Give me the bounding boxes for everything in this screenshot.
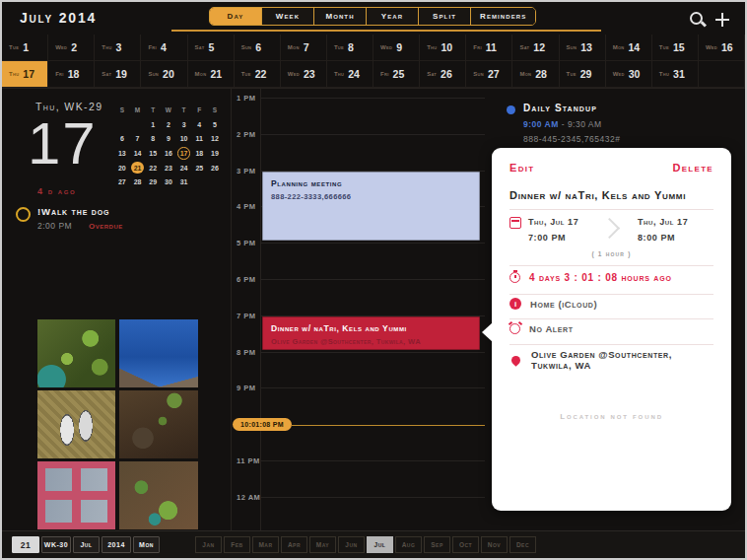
minical-day-4[interactable]: 4 — [191, 117, 207, 132]
minical-day-3[interactable]: 3 — [176, 117, 192, 132]
date-cell-fri-4[interactable]: Fri4 — [141, 35, 187, 61]
minical-day-6[interactable]: 6 — [114, 132, 130, 147]
month-button-jun[interactable]: Jun — [338, 536, 365, 553]
photo-flip-flops-on-grass[interactable] — [37, 390, 115, 458]
date-cell-sun-20[interactable]: Sun20 — [141, 61, 187, 88]
event-block[interactable]: Planning meeting888-222-3333,666666 — [262, 172, 480, 242]
month-button-oct[interactable]: Oct — [452, 536, 479, 553]
minical-day-22[interactable]: 22 — [145, 161, 161, 175]
date-cell-thu-10[interactable]: Thu10 — [420, 35, 466, 61]
date-cell-sat-12[interactable]: Sat12 — [512, 35, 559, 61]
minical-day-14[interactable]: 14 — [130, 146, 146, 161]
month-button-jul[interactable]: Jul — [367, 536, 393, 553]
date-cell-sun-13[interactable]: Sun13 — [560, 35, 606, 61]
month-button-mar[interactable]: Mar — [252, 536, 279, 553]
minical-day-27[interactable]: 27 — [114, 175, 130, 189]
minical-day-19[interactable]: 19 — [207, 146, 223, 161]
minical-day-28[interactable]: 28 — [130, 175, 146, 189]
minical-day-21[interactable]: 21 — [130, 161, 146, 175]
tab-day[interactable]: Day — [210, 8, 261, 25]
month-button-aug[interactable]: Aug — [395, 536, 422, 553]
minical-day-12[interactable]: 12 — [207, 132, 223, 147]
photo-plant-with-bucket[interactable] — [37, 319, 115, 387]
weekday-button[interactable]: Mon — [133, 536, 160, 553]
date-cell-sun-27[interactable]: Sun27 — [466, 61, 512, 88]
minical-day-10[interactable]: 10 — [176, 132, 192, 147]
year-button[interactable]: 2014 — [102, 536, 131, 553]
minical-day-5[interactable]: 5 — [207, 117, 223, 132]
minical-day-25[interactable]: 25 — [191, 161, 207, 175]
tab-month[interactable]: Month — [313, 8, 366, 25]
month-button-may[interactable]: May — [309, 536, 336, 553]
reminder-checkbox-icon[interactable] — [16, 207, 31, 222]
minical-day-15[interactable]: 15 — [145, 146, 161, 161]
date-cell-fri-11[interactable]: Fri11 — [466, 35, 512, 61]
date-cell-wed-2[interactable]: Wed2 — [48, 35, 95, 61]
date-cell-tue-29[interactable]: Tue29 — [560, 61, 606, 88]
photo-mulch-with-seedling[interactable] — [119, 390, 198, 458]
date-cell-wed-30[interactable]: Wed30 — [606, 61, 652, 88]
search-icon[interactable] — [690, 12, 703, 25]
photo-pink-window-frame[interactable] — [37, 461, 115, 529]
date-cell-fri-18[interactable]: Fri18 — [48, 61, 95, 88]
edit-button[interactable]: Edit — [509, 162, 534, 174]
photo-garden-with-hose[interactable] — [119, 461, 198, 529]
date-cell-tue-22[interactable]: Tue22 — [235, 61, 281, 88]
tab-year[interactable]: Year — [366, 8, 418, 25]
date-cell-sun-6[interactable]: Sun6 — [235, 35, 281, 61]
minical-day-16[interactable]: 16 — [161, 146, 176, 161]
delete-button[interactable]: Delete — [672, 162, 713, 174]
minical-day-1[interactable]: 1 — [145, 117, 161, 132]
month-button-nov[interactable]: Nov — [481, 536, 508, 553]
photo-blue-sky-roofline[interactable] — [119, 319, 198, 387]
add-event-icon[interactable] — [715, 13, 729, 27]
minical-day-24[interactable]: 24 — [176, 161, 192, 175]
date-cell-mon-14[interactable]: Mon14 — [606, 35, 652, 61]
date-cell-mon-28[interactable]: Mon28 — [512, 61, 559, 88]
date-cell-mon-21[interactable]: Mon21 — [188, 61, 235, 88]
reminder-title[interactable]: !Walk the dog — [37, 206, 109, 217]
tab-reminders[interactable]: Reminders — [470, 8, 535, 25]
minical-day-13[interactable]: 13 — [114, 146, 130, 161]
minical-day-2[interactable]: 2 — [161, 117, 176, 132]
minical-day-29[interactable]: 29 — [145, 175, 161, 189]
minical-day-17[interactable]: 17 — [176, 146, 192, 161]
date-cell-wed-23[interactable]: Wed23 — [281, 61, 327, 88]
month-button-feb[interactable]: Feb — [224, 536, 250, 553]
date-cell-wed-16[interactable]: Wed16 — [699, 35, 745, 61]
minical-day-11[interactable]: 11 — [191, 132, 207, 147]
event-block[interactable]: Dinner w/ naTri, Kels and YummiOlive Gar… — [262, 316, 480, 350]
today-day-button[interactable]: 21 — [12, 536, 39, 553]
minical-day-8[interactable]: 8 — [145, 132, 161, 147]
month-button-apr[interactable]: Apr — [281, 536, 307, 553]
date-cell-sat-26[interactable]: Sat26 — [420, 61, 466, 88]
month-button[interactable]: Jul — [73, 536, 100, 553]
date-cell-tue-15[interactable]: Tue15 — [652, 35, 699, 61]
date-cell-sat-5[interactable]: Sat5 — [188, 35, 235, 61]
date-cell-mon-7[interactable]: Mon7 — [281, 35, 327, 61]
month-button-jan[interactable]: Jan — [195, 536, 222, 553]
standup-event-title[interactable]: Daily Standup — [523, 103, 597, 113]
minical-day-18[interactable]: 18 — [191, 146, 207, 161]
tab-week[interactable]: Week — [261, 8, 313, 25]
date-cell-thu-24[interactable]: Thu24 — [327, 61, 374, 88]
date-cell-tue-1[interactable]: Tue1 — [2, 35, 48, 61]
date-cell-fri-25[interactable]: Fri25 — [374, 61, 420, 88]
location-row[interactable]: Olive Garden @Southcenter, Tukwila, WA — [509, 349, 713, 371]
minical-day-9[interactable]: 9 — [161, 132, 176, 147]
minical-day-31[interactable]: 31 — [176, 175, 192, 189]
week-number-button[interactable]: WK-30 — [41, 536, 71, 553]
date-cell-thu-17[interactable]: Thu17 — [2, 61, 48, 88]
minical-day-7[interactable]: 7 — [130, 132, 146, 147]
month-button-dec[interactable]: Dec — [509, 536, 536, 553]
tab-split[interactable]: Split — [418, 8, 470, 25]
minical-day-26[interactable]: 26 — [207, 161, 223, 175]
alert-row[interactable]: No Alert — [509, 323, 713, 334]
minical-day-20[interactable]: 20 — [114, 161, 130, 175]
month-button-sep[interactable]: Sep — [424, 536, 450, 553]
date-cell-thu-31[interactable]: Thu31 — [652, 61, 699, 88]
date-cell-sat-19[interactable]: Sat19 — [95, 61, 141, 88]
date-cell-thu-3[interactable]: Thu3 — [95, 35, 141, 61]
date-cell-wed-9[interactable]: Wed9 — [374, 35, 420, 61]
date-cell-tue-8[interactable]: Tue8 — [327, 35, 374, 61]
